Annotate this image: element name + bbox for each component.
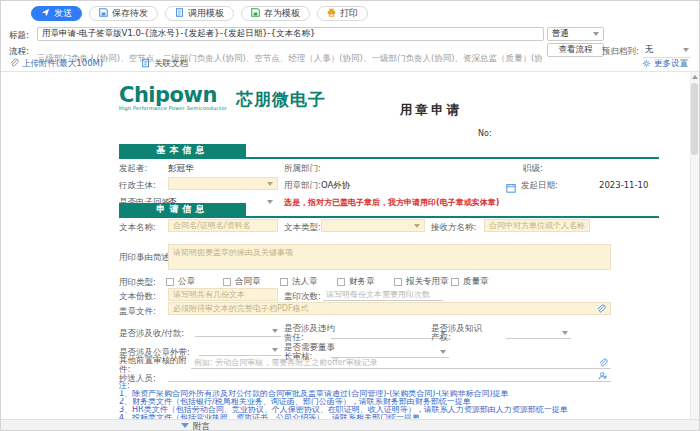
checkbox-icon — [394, 278, 402, 286]
flow-summary-text: 三级部门负责人(协同)、空节点、二级部门负责人(协同)、空节点、经理（人事）(协… — [37, 53, 542, 63]
copies-placeholder: 请写明共有几份文本 — [173, 289, 245, 300]
other-pre-upload[interactable]: 例如: 劳动合同审核，需要再附上之前offer审核记录 — [191, 357, 611, 369]
notes-heading: 注: — [119, 382, 130, 390]
flow-label: 流程: — [9, 46, 29, 58]
initiator-value: 彭冠华 — [168, 163, 194, 175]
print-label: 打印 — [340, 7, 358, 20]
upload-attachment-link[interactable]: 上传附件(最大100M) — [9, 58, 103, 70]
chevron-down-icon — [562, 331, 568, 335]
chevron-down-icon — [414, 224, 420, 228]
checkbox-icon — [166, 278, 174, 286]
gear-icon — [642, 59, 651, 70]
copies-input[interactable]: 请写明共有几份文本 — [168, 288, 278, 301]
prearchive-value: 无 — [645, 44, 654, 56]
breach-label: 是否涉及违约 责任: — [284, 324, 335, 341]
reason-placeholder: 请简明扼要盖章的缘由及关键事项 — [173, 247, 293, 258]
chevron-down-icon — [593, 32, 599, 36]
seal-file-upload[interactable]: 必须附待审文本的完整电子档PDF格式 — [168, 302, 611, 315]
use-template-label: 调用模板 — [188, 7, 224, 20]
seal-type-checkbox-5[interactable]: 质量章 — [451, 276, 489, 288]
prearchive-select[interactable]: 无 — [643, 44, 691, 58]
checkbox-label: 报关专用章 — [406, 276, 449, 288]
section-apply-tab: 申请信息 — [119, 203, 246, 216]
breach-label-line2: 责任: — [284, 333, 335, 342]
copies-label: 文本份数: — [119, 291, 156, 303]
related-docs-label: 关联文档 — [154, 58, 188, 70]
postscript-toggle[interactable]: 附言 — [193, 421, 210, 431]
logo-wordmark: Chipown — [119, 85, 227, 105]
save-as-template-button[interactable]: 存为模板 — [241, 6, 310, 21]
browse-icon[interactable] — [506, 178, 516, 197]
no-label: No: — [478, 129, 492, 138]
related-docs-link[interactable]: 关联文档 — [141, 58, 188, 70]
pay-select[interactable] — [195, 325, 281, 337]
print-button[interactable]: 打印 — [317, 6, 368, 21]
save-template-icon — [251, 8, 260, 19]
scrollbar-thumb[interactable] — [691, 83, 698, 155]
seal-type-checkbox-0[interactable]: 公章 — [166, 276, 195, 288]
section-apply-rule — [119, 216, 659, 218]
dept-label: 所属部门: — [284, 163, 321, 175]
seal-out-select[interactable] — [199, 344, 281, 356]
section-basic-rule — [119, 157, 659, 159]
postscript-bar — [1, 419, 699, 431]
template-doc-icon — [175, 8, 184, 19]
doc-name-placeholder: 合同名/证明名/资料名 — [173, 220, 250, 231]
esign-select-chevron-icon[interactable] — [267, 200, 273, 204]
use-template-button[interactable]: 调用模板 — [165, 6, 234, 21]
page-title: 用章申请 — [371, 102, 491, 119]
save-draft-label: 保存待发 — [112, 7, 148, 20]
person-add-icon[interactable] — [598, 370, 608, 382]
send-icon — [41, 8, 50, 19]
send-button-label: 发送 — [54, 7, 72, 20]
date-label: 发起日期: — [521, 180, 558, 192]
priority-select[interactable]: 普通 — [547, 27, 604, 41]
doc-type-select[interactable] — [321, 219, 425, 232]
view-flow-button[interactable]: 查看流程 — [547, 43, 604, 57]
times-placeholder: 请写明每份文本需要用印次数 — [326, 289, 430, 300]
app-window: 发送 保存待发 调用模板 存为模板 打印 标题: 用章申请-电子签章版V1.0-… — [0, 0, 700, 431]
more-settings-label: 更多设置 — [654, 58, 688, 70]
receiver-input[interactable]: 合同中对方单位或个人名称 — [484, 219, 590, 232]
doc-name-label: 文本名称: — [119, 222, 156, 234]
esign-hint: 选是，指对方已盖电子章后，我方申请用印(电子章或实体章) — [284, 197, 499, 208]
toolbar: 发送 保存待发 调用模板 存为模板 打印 — [31, 6, 368, 21]
seal-type-checkbox-3[interactable]: 财务章 — [337, 276, 375, 288]
checkbox-icon — [337, 278, 345, 286]
times-input[interactable]: 请写明每份文本需要用印次数 — [323, 288, 443, 301]
ip-select[interactable] — [506, 327, 571, 339]
priority-value: 普通 — [552, 28, 569, 40]
chevron-down-icon — [272, 329, 278, 333]
paperclip-icon[interactable] — [596, 302, 606, 315]
cc-input[interactable] — [168, 370, 611, 382]
paperclip-icon[interactable] — [598, 357, 608, 369]
reason-textarea[interactable]: 请简明扼要盖章的缘由及关键事项 — [168, 244, 611, 270]
other-pre-placeholder: 例如: 劳动合同审核，需要再附上之前offer审核记录 — [194, 357, 378, 368]
rank-label: 职级: — [523, 163, 543, 175]
collapse-chevron-icon[interactable] — [181, 423, 189, 428]
company-logo: Chipown High Performance Power Semicondu… — [119, 85, 326, 111]
send-button[interactable]: 发送 — [31, 6, 82, 21]
checkbox-label: 财务章 — [349, 276, 375, 288]
title-input[interactable]: 用章申请-电子签章版V1.0-{流水号}-{发起者}-{发起日期}-{文本名称} — [37, 27, 544, 41]
note-line: 1、除资产采购合同外所有涉及对公付款的合同审批及盖章请通过(合同管理)-(采购类… — [119, 390, 659, 398]
view-flow-label: 查看流程 — [559, 44, 593, 56]
scrollbar-up-arrow[interactable] — [692, 75, 698, 79]
checkbox-icon — [451, 278, 459, 286]
seal-type-checkbox-1[interactable]: 合同章 — [223, 276, 261, 288]
paperclip-icon — [9, 58, 19, 70]
receiver-label: 接收方名称: — [431, 222, 476, 234]
seal-type-checkbox-2[interactable]: 法人章 — [280, 276, 318, 288]
receiver-placeholder: 合同中对方单位或个人名称 — [489, 220, 585, 231]
flow-summary: 三级部门负责人(协同)、空节点、二级部门负责人(协同)、空节点、经理（人事）(协… — [37, 46, 542, 65]
doc-name-input[interactable]: 合同名/证明名/资料名 — [168, 219, 278, 232]
logo-tagline: High Performance Power Semiconductor — [119, 105, 227, 111]
checkbox-label: 合同章 — [235, 276, 261, 288]
entity-select[interactable] — [168, 177, 278, 190]
more-settings-link[interactable]: 更多设置 — [642, 58, 688, 70]
section-basic-tab: 基本信息 — [119, 144, 246, 157]
save-draft-button[interactable]: 保存待发 — [89, 6, 158, 21]
seal-dept-value: OA外协 — [321, 180, 350, 192]
seal-dept-label: 用章部门: — [284, 180, 321, 192]
seal-type-checkbox-4[interactable]: 报关专用章 — [394, 276, 449, 288]
